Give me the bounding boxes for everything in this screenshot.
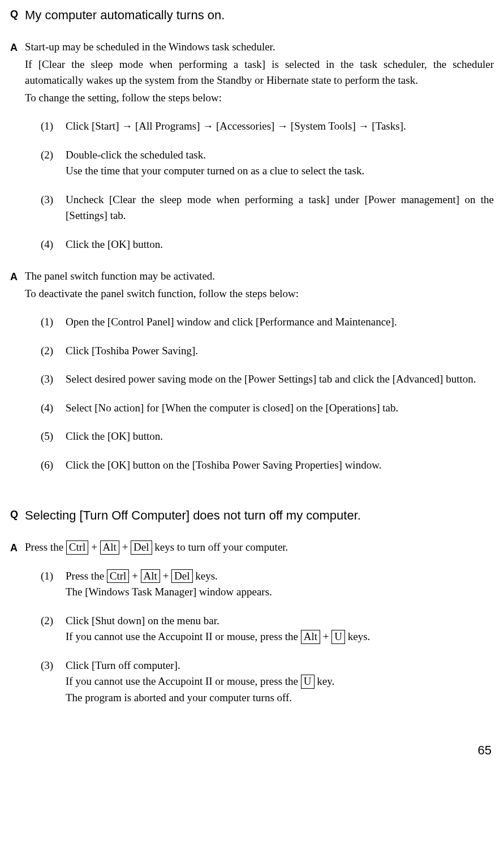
answer-body: The panel switch function may be activat… bbox=[25, 268, 494, 486]
step: (1) Open the [Control Panel] window and … bbox=[41, 314, 494, 331]
step: (3) Click [Turn off computer]. If you ca… bbox=[41, 658, 494, 706]
answer-2: A The panel switch function may be activ… bbox=[10, 268, 494, 486]
step-line: Click [Turn off computer]. bbox=[66, 658, 494, 674]
key-ctrl: Ctrl bbox=[107, 569, 130, 583]
step-number: (2) bbox=[41, 343, 66, 359]
q-text: My computer automatically turns on. bbox=[25, 6, 494, 24]
key-del: Del bbox=[131, 540, 152, 555]
paragraph: If [Clear the sleep mode when performing… bbox=[25, 57, 494, 89]
answer-body: Press the Ctrl + Alt + Del keys to turn … bbox=[25, 539, 494, 718]
step-text: Click [Shut down] on the menu bar. If yo… bbox=[66, 613, 494, 645]
step-text: Select [No action] for [When the compute… bbox=[66, 400, 494, 417]
step: (4) Select [No action] for [When the com… bbox=[41, 400, 494, 417]
step: (5) Click the [OK] button. bbox=[41, 428, 494, 445]
step: (4) Click the [OK] button. bbox=[41, 237, 494, 253]
step-line: If you cannot use the Accupoint II or mo… bbox=[66, 673, 494, 690]
paragraph: To deactivate the panel switch function,… bbox=[25, 286, 494, 302]
step-text: Click the [OK] button on the [Toshiba Po… bbox=[66, 457, 494, 474]
step-number: (2) bbox=[41, 147, 66, 164]
step-line: Click [Shut down] on the menu bar. bbox=[66, 613, 494, 629]
answer-3: A Press the Ctrl + Alt + Del keys to tur… bbox=[10, 539, 494, 718]
step-list: (1) Open the [Control Panel] window and … bbox=[41, 314, 494, 473]
text: If you cannot use the Accupoint II or mo… bbox=[66, 630, 301, 642]
text: + bbox=[119, 541, 131, 553]
step-text: Click [Start] → [All Programs] → [Access… bbox=[66, 118, 494, 135]
key-alt: Alt bbox=[301, 630, 320, 644]
text: keys. bbox=[345, 630, 370, 642]
paragraph: Start-up may be scheduled in the Windows… bbox=[25, 39, 494, 55]
paragraph: To change the setting, follow the steps … bbox=[25, 90, 494, 106]
step: (2) Click [Shut down] on the menu bar. I… bbox=[41, 613, 494, 645]
step-list: (1) Press the Ctrl + Alt + Del keys. The… bbox=[41, 568, 494, 706]
step: (3) Uncheck [Clear the sleep mode when p… bbox=[41, 192, 494, 224]
text: + bbox=[320, 630, 331, 642]
key-u: U bbox=[331, 630, 345, 644]
page-number: 65 bbox=[10, 741, 494, 759]
text: + bbox=[160, 570, 171, 582]
step: (2) Double-click the scheduled task. Use… bbox=[41, 147, 494, 179]
step-number: (3) bbox=[41, 371, 66, 388]
step-number: (3) bbox=[41, 192, 66, 208]
step-number: (1) bbox=[41, 314, 66, 331]
q-prefix: Q bbox=[10, 506, 25, 522]
step: (1) Click [Start] → [All Programs] → [Ac… bbox=[41, 118, 494, 135]
text: keys. bbox=[193, 570, 218, 582]
step-line: The [Windows Task Manager] window appear… bbox=[66, 584, 494, 600]
paragraph: The panel switch function may be activat… bbox=[25, 268, 494, 285]
step-text: Press the Ctrl + Alt + Del keys. The [Wi… bbox=[66, 568, 494, 600]
step-number: (5) bbox=[41, 428, 66, 445]
step-text: Click the [OK] button. bbox=[66, 237, 494, 253]
step-line: Use the time that your computer turned o… bbox=[66, 163, 494, 179]
step-line: Press the Ctrl + Alt + Del keys. bbox=[66, 568, 494, 585]
key-alt: Alt bbox=[100, 540, 119, 555]
key-u: U bbox=[301, 675, 315, 689]
a-prefix: A bbox=[10, 539, 25, 556]
question-2: Q Selecting [Turn Off Computer] does not… bbox=[10, 506, 494, 525]
key-ctrl: Ctrl bbox=[66, 540, 89, 555]
step-line: Double-click the scheduled task. bbox=[66, 147, 494, 164]
step-number: (4) bbox=[41, 400, 66, 417]
step-line: If you cannot use the Accupoint II or mo… bbox=[66, 629, 494, 645]
text: + bbox=[88, 541, 100, 553]
step-number: (2) bbox=[41, 613, 66, 629]
text: keys to turn off your computer. bbox=[152, 541, 288, 553]
answer-1: A Start-up may be scheduled in the Windo… bbox=[10, 39, 494, 265]
step-text: Double-click the scheduled task. Use the… bbox=[66, 147, 494, 179]
answer-body: Start-up may be scheduled in the Windows… bbox=[25, 39, 494, 265]
step-number: (1) bbox=[41, 118, 66, 135]
question-1: Q My computer automatically turns on. bbox=[10, 6, 494, 24]
text: key. bbox=[315, 675, 335, 687]
step-list: (1) Click [Start] → [All Programs] → [Ac… bbox=[41, 118, 494, 252]
paragraph: Press the Ctrl + Alt + Del keys to turn … bbox=[25, 539, 494, 556]
a-prefix: A bbox=[10, 39, 25, 55]
step-number: (4) bbox=[41, 237, 66, 253]
text: + bbox=[129, 570, 140, 582]
q-prefix: Q bbox=[10, 6, 25, 22]
step: (2) Click [Toshiba Power Saving]. bbox=[41, 343, 494, 359]
key-del: Del bbox=[171, 569, 192, 583]
step: (1) Press the Ctrl + Alt + Del keys. The… bbox=[41, 568, 494, 600]
step-number: (3) bbox=[41, 658, 66, 674]
a-prefix: A bbox=[10, 268, 25, 285]
step-text: Click [Toshiba Power Saving]. bbox=[66, 343, 494, 359]
step-number: (6) bbox=[41, 457, 66, 474]
step-text: Click [Turn off computer]. If you cannot… bbox=[66, 658, 494, 706]
step-text: Select desired power saving mode on the … bbox=[66, 371, 494, 388]
text: If you cannot use the Accupoint II or mo… bbox=[66, 675, 301, 687]
text: Press the bbox=[25, 541, 66, 553]
step-text: Open the [Control Panel] window and clic… bbox=[66, 314, 494, 331]
step-text: Uncheck [Clear the sleep mode when perfo… bbox=[66, 192, 494, 224]
step: (6) Click the [OK] button on the [Toshib… bbox=[41, 457, 494, 474]
step-number: (1) bbox=[41, 568, 66, 585]
text: Press the bbox=[66, 570, 107, 582]
step: (3) Select desired power saving mode on … bbox=[41, 371, 494, 388]
step-line: The program is aborted and your computer… bbox=[66, 690, 494, 706]
step-text: Click the [OK] button. bbox=[66, 428, 494, 445]
q-text: Selecting [Turn Off Computer] does not t… bbox=[25, 506, 494, 525]
key-alt: Alt bbox=[141, 569, 160, 583]
